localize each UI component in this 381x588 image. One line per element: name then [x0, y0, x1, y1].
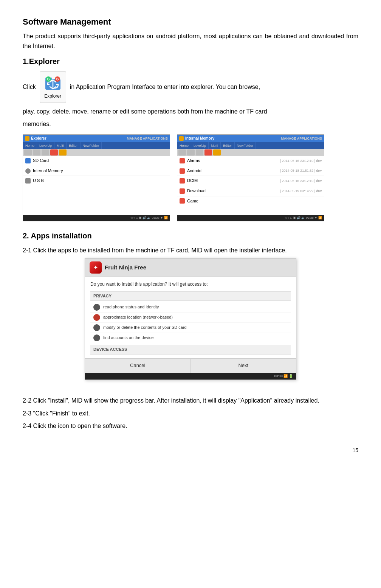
explorer-line2: play, copy, delete, move, rename or edit…	[23, 107, 358, 117]
svg-text:↻: ↻	[56, 78, 59, 81]
explorer-line3: memories.	[23, 119, 358, 129]
install-footer: Cancel Next	[85, 358, 296, 373]
explorer-icon-box: ↻ ↻ Explorer	[40, 71, 66, 103]
int-toolbar-btn-1	[178, 149, 186, 156]
sdcard-icon	[25, 158, 31, 163]
usb-label: U S B	[33, 177, 44, 184]
install-perm-3: modify or delete the contents of your SD…	[90, 323, 291, 333]
toolbar-btn-4	[50, 149, 58, 156]
list-item-sdcard: SD Card	[23, 156, 170, 166]
perm-icon-4	[93, 334, 100, 341]
screenshots-row: Explorer MANAGE APPLICATIONS Home LevelU…	[23, 134, 358, 221]
explorer-tab-multi: Multi	[54, 142, 67, 149]
perm-icon-3	[93, 324, 100, 331]
alarms-meta: | 2014-05-16 23:12:10 | drw	[280, 158, 322, 163]
download-label: Download	[187, 188, 206, 194]
install-perm-4: find accounts on the device	[90, 333, 291, 343]
internal-tab-editor: Editor	[221, 142, 235, 149]
install-cancel-btn[interactable]: Cancel	[85, 359, 191, 373]
internal-tab-multi: Multi	[209, 142, 221, 149]
explorer-tab-home: Home	[23, 142, 37, 149]
explorer-statusbar: ◁ ○ □ ▣ 🔊 🔈 03:38 ▼ 📶	[23, 215, 170, 221]
internal-label: Internal Memory	[33, 168, 63, 174]
explorer-folder-icon	[25, 136, 29, 141]
explorer-svg-icon: ↻ ↻	[44, 74, 62, 92]
toolbar-btn-2	[33, 149, 40, 156]
section2-heading: 2. Apps installation	[23, 230, 358, 242]
list-item-game: Game	[177, 196, 324, 207]
internal-tab-newfolder: NewFolder	[235, 142, 256, 149]
internal-screen: Internal Memory MANAGE APPLICATIONS Home…	[177, 135, 324, 221]
alarms-icon	[180, 158, 185, 163]
android-icon	[180, 168, 185, 174]
explorer-manage-apps: MANAGE APPLICATIONS	[127, 136, 168, 141]
intro-paragraph: The product supports third-party applica…	[23, 31, 358, 51]
game-label: Game	[187, 198, 198, 205]
install-screenshot-wrapper: ✦ Fruit Ninja Free Do you want to instal…	[23, 258, 358, 388]
click-label: Click	[23, 82, 36, 92]
install-app-icon: ✦	[90, 261, 102, 274]
dcim-label: DCIM	[187, 177, 198, 184]
internal-folder-icon	[179, 136, 184, 141]
sdcard-label: SD Card	[33, 157, 49, 164]
section2-line2: 2-2 Click "Install", MID will show the p…	[23, 396, 358, 406]
internal-toolbar	[177, 149, 324, 156]
install-privacy-label: PRIVACY	[90, 291, 291, 301]
int-toolbar-btn-5	[213, 149, 221, 156]
explorer-intro-line: Click ↻ ↻	[23, 71, 358, 103]
int-toolbar-btn-4	[204, 149, 212, 156]
install-question: Do you want to install this application?…	[90, 281, 291, 288]
page-number: 15	[23, 446, 358, 454]
android-label: Android	[187, 168, 201, 174]
section2-line4: 2-4 Click the icon to open the software.	[23, 421, 358, 431]
internal-statusbar: ◁ ○ □ ▣ 🔊 🔈 03:38 ▼ 📶	[177, 215, 324, 221]
perm-icon-2	[93, 314, 100, 321]
list-item-dcim: DCIM | 2014-05-16 23:12:10 | drw	[177, 176, 324, 186]
screenshot-internal: Internal Memory MANAGE APPLICATIONS Home…	[177, 134, 324, 221]
internal-screen-title: Internal Memory	[185, 135, 214, 142]
internal-status-time: ◁ ○ □ ▣ 🔊 🔈 03:38 ▼ 📶	[285, 216, 322, 219]
explorer-tab-newfolder: NewFolder	[81, 142, 102, 149]
install-perm-2: approximate location (network-based)	[90, 313, 291, 323]
explorer-toolbar	[23, 149, 170, 156]
perm-icon-1	[93, 304, 100, 311]
explorer-tab-editor: Editor	[67, 142, 81, 149]
android-meta: | 2014-05-18 21:51:52 | drw	[280, 168, 322, 173]
list-item-download: Download | 2014-05-19 03:14:22 | drw	[177, 186, 324, 196]
alarms-label: Alarms	[187, 157, 200, 164]
install-app-name: Fruit Ninja Free	[105, 263, 146, 272]
explorer-tabs-row: Home LevelUp Multi Editor NewFolder	[23, 142, 170, 149]
section2-line3: 2-3 "Click "Finish" to exit.	[23, 409, 358, 418]
download-icon	[180, 188, 185, 194]
internal-tabs-row: Home LevelUp Multi Editor NewFolder	[177, 142, 324, 149]
download-meta: | 2014-05-19 03:14:22 | drw	[280, 188, 322, 194]
toolbar-btn-3	[42, 149, 49, 156]
dcim-icon	[180, 178, 185, 184]
internal-list: Alarms | 2014-05-16 23:12:10 | drw Andro…	[177, 156, 324, 215]
install-perm-1: read phone status and identity	[90, 302, 291, 313]
install-device-access-label: DEVICE ACCESS	[90, 345, 291, 355]
list-item-android: Android | 2014-05-18 21:51:52 | drw	[177, 166, 324, 176]
perm-text-3: modify or delete the contents of your SD…	[103, 324, 187, 331]
explorer-icon: ↻ ↻	[44, 74, 62, 92]
screenshot-explorer: Explorer MANAGE APPLICATIONS Home LevelU…	[23, 134, 170, 221]
perm-text-1: read phone status and identity	[103, 304, 159, 311]
explorer-screen-title: Explorer	[31, 135, 46, 142]
list-item-usb: U S B	[23, 176, 170, 186]
svg-text:↻: ↻	[47, 78, 50, 81]
explorer-list: SD Card Internal Memory U S B	[23, 156, 170, 215]
explorer-tab-levelup: LevelUp	[37, 142, 54, 149]
install-dialog-body: Do you want to install this application?…	[85, 277, 296, 358]
internal-screen-header: Internal Memory MANAGE APPLICATIONS	[177, 135, 324, 142]
internal-tab-levelup: LevelUp	[191, 142, 209, 149]
int-toolbar-btn-2	[187, 149, 195, 156]
internal-tab-home: Home	[177, 142, 191, 149]
explorer-intro-suffix: in Application Program Interface to ente…	[70, 82, 358, 92]
internal-manage-apps: MANAGE APPLICATIONS	[281, 136, 322, 141]
game-icon	[180, 198, 185, 204]
dcim-meta: | 2014-05-16 23:12:10 | drw	[280, 178, 322, 184]
usb-icon	[25, 178, 31, 184]
install-next-btn[interactable]: Next	[191, 359, 296, 373]
list-item-internal: Internal Memory	[23, 166, 170, 176]
install-statusbar: 03:39 📶 🔋	[85, 373, 296, 380]
